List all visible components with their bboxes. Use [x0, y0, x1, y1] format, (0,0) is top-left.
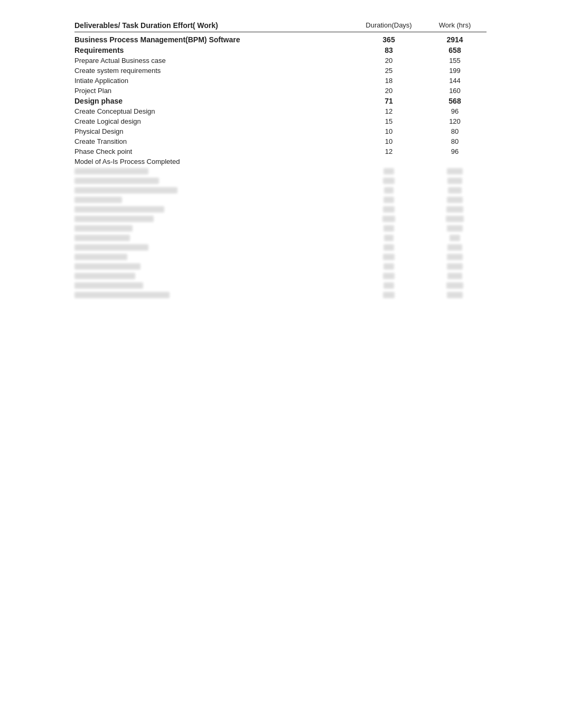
row-task: Create Transition	[74, 137, 354, 145]
blurred-work-cell	[423, 282, 487, 289]
row-duration: 18	[354, 77, 423, 85]
blurred-duration-cell	[354, 178, 423, 184]
blurred-duration-cell	[354, 197, 423, 203]
row-work: 80	[423, 137, 487, 145]
blurred-work-text	[446, 206, 463, 213]
blurred-task-cell	[74, 263, 354, 270]
row-duration: 10	[354, 127, 423, 135]
blurred-duration-text	[383, 273, 395, 279]
table-row: Project Plan20160	[74, 86, 487, 96]
blurred-row	[74, 224, 487, 233]
row-task: Requirements	[74, 46, 354, 54]
row-task: Create Conceptual Design	[74, 107, 354, 115]
blurred-task-cell	[74, 168, 354, 174]
blurred-work-cell	[423, 244, 487, 251]
row-duration: 71	[354, 97, 423, 105]
blurred-duration-text	[383, 178, 395, 184]
blurred-duration-text	[383, 206, 395, 213]
blurred-task-cell	[74, 206, 354, 213]
blurred-duration-cell	[354, 235, 423, 241]
blurred-work-cell	[423, 197, 487, 203]
table-row: Business Process Management(BPM) Softwar…	[74, 34, 487, 45]
row-duration: 12	[354, 107, 423, 115]
blurred-duration-text	[382, 216, 395, 222]
table-row: Create Logical design15120	[74, 116, 487, 126]
row-duration: 20	[354, 57, 423, 64]
blurred-rows	[74, 167, 487, 300]
blurred-row	[74, 195, 487, 205]
blurred-duration-cell	[354, 216, 423, 222]
blurred-duration-text	[384, 225, 394, 232]
blurred-duration-cell	[354, 263, 423, 270]
blurred-duration-cell	[354, 244, 423, 251]
blurred-work-cell	[423, 225, 487, 232]
table-row: Create Conceptual Design1296	[74, 106, 487, 116]
blurred-task-cell	[74, 282, 354, 289]
table-row: Model of As-Is Process Completed	[74, 156, 487, 167]
blurred-task-text	[74, 282, 143, 289]
blurred-duration-text	[383, 254, 395, 260]
blurred-work-text	[447, 178, 462, 184]
row-work: 568	[423, 97, 487, 105]
blurred-row	[74, 186, 487, 195]
row-task: Project Plan	[74, 87, 354, 95]
row-duration: 20	[354, 87, 423, 95]
blurred-task-text	[74, 263, 141, 270]
blurred-duration-cell	[354, 273, 423, 279]
row-work: 160	[423, 87, 487, 95]
blurred-task-text	[74, 254, 127, 260]
blurred-duration-cell	[354, 168, 423, 174]
blurred-duration-text	[384, 187, 394, 193]
col-header-duration: Duration(Days)	[354, 21, 423, 30]
blurred-work-text	[447, 273, 462, 279]
row-work: 96	[423, 107, 487, 115]
blurred-duration-text	[384, 168, 394, 174]
row-task: Physical Design	[74, 127, 354, 135]
blurred-task-text	[74, 168, 148, 174]
blurred-work-cell	[423, 235, 487, 241]
table-row: Prepare Actual Business case20155	[74, 56, 487, 66]
blurred-task-cell	[74, 235, 354, 241]
blurred-work-text	[447, 197, 463, 203]
blurred-duration-cell	[354, 282, 423, 289]
blurred-row	[74, 167, 487, 176]
row-task: Intiate Application	[74, 77, 354, 85]
row-duration: 83	[354, 46, 423, 54]
blurred-row	[74, 262, 487, 271]
blurred-work-text	[447, 168, 463, 174]
blurred-work-cell	[423, 216, 487, 222]
row-duration: 15	[354, 117, 423, 125]
main-table: Deliverables/ Task Duration Effort( Work…	[74, 21, 487, 300]
row-work: 658	[423, 46, 487, 54]
table-row: Physical Design1080	[74, 126, 487, 136]
blurred-row	[74, 176, 487, 186]
row-task: Create system requirements	[74, 67, 354, 75]
blurred-work-cell	[423, 263, 487, 270]
blurred-duration-text	[384, 263, 394, 270]
blurred-work-text	[447, 292, 463, 298]
blurred-task-text	[74, 235, 130, 241]
blurred-task-text	[74, 187, 177, 193]
blurred-task-cell	[74, 225, 354, 232]
blurred-task-text	[74, 225, 133, 232]
blurred-task-text	[74, 244, 148, 251]
blurred-task-cell	[74, 216, 354, 222]
blurred-task-cell	[74, 273, 354, 279]
blurred-duration-cell	[354, 187, 423, 193]
col-header-work: Work (hrs)	[423, 21, 487, 30]
blurred-task-cell	[74, 292, 354, 298]
row-task: Create Logical design	[74, 117, 354, 125]
blurred-work-cell	[423, 178, 487, 184]
blurred-task-text	[74, 273, 135, 279]
blurred-work-cell	[423, 254, 487, 260]
blurred-row	[74, 271, 487, 281]
row-work: 199	[423, 67, 487, 75]
blurred-duration-cell	[354, 225, 423, 232]
row-work: 80	[423, 127, 487, 135]
blurred-work-cell	[423, 168, 487, 174]
blurred-duration-text	[384, 235, 394, 241]
blurred-work-text	[450, 235, 460, 241]
blurred-duration-cell	[354, 206, 423, 213]
blurred-task-cell	[74, 244, 354, 251]
blurred-work-text	[447, 225, 463, 232]
